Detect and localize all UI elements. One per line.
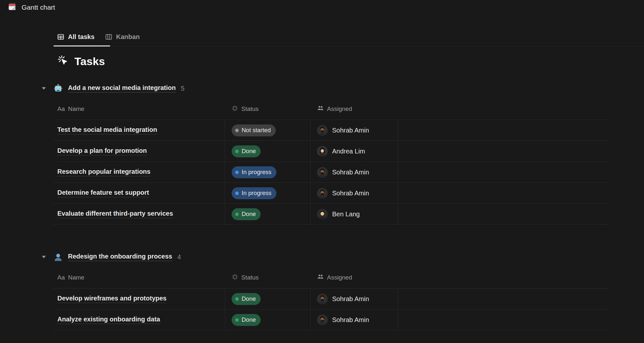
status-pill: In progress xyxy=(232,166,276,178)
assigned-cell[interactable]: Sohrab Amin xyxy=(311,289,398,309)
group-title-link[interactable]: Redesign the onboarding process xyxy=(68,253,172,261)
people-icon xyxy=(317,273,324,282)
status-pill: Done xyxy=(232,314,261,326)
group-toggle-icon[interactable] xyxy=(41,86,50,91)
table-row: Develop wireframes and prototypes Done S… xyxy=(53,289,608,309)
task-name-cell[interactable]: Evaluate different third-party services xyxy=(53,204,225,224)
status-label: Done xyxy=(242,295,256,302)
table-row: Analyze existing onboarding data Done So… xyxy=(53,309,608,330)
status-cell[interactable]: Done xyxy=(225,141,311,162)
database-title[interactable]: Tasks xyxy=(74,55,105,68)
page-title-breadcrumb[interactable]: Gantt chart xyxy=(22,4,55,11)
task-name-cell[interactable]: Analyze existing onboarding data xyxy=(53,309,225,330)
group-toggle-icon[interactable] xyxy=(41,254,50,260)
robot-emoji-icon xyxy=(53,84,63,93)
status-cell[interactable]: Done xyxy=(225,204,311,224)
group-header: Add a new social media integration 5 xyxy=(41,78,608,98)
status-pill: In progress xyxy=(232,187,276,199)
table-row: Research popular integrations In progres… xyxy=(53,162,608,183)
assigned-cell[interactable]: Sohrab Amin xyxy=(311,183,398,203)
assignee-name: Sohrab Amin xyxy=(332,190,369,197)
assignee-name: Sohrab Amin xyxy=(332,295,369,303)
empty-cell xyxy=(398,162,608,182)
column-header-assigned[interactable]: Assigned xyxy=(311,273,398,282)
tab-kanban[interactable]: Kanban xyxy=(105,32,139,42)
column-header-name[interactable]: Aa Name xyxy=(53,105,225,113)
status-dot xyxy=(235,171,239,174)
task-name: Research popular integrations xyxy=(57,168,150,176)
task-name-cell[interactable]: Develop wireframes and prototypes xyxy=(53,289,225,309)
text-property-icon: Aa xyxy=(57,105,65,113)
avatar xyxy=(317,209,328,220)
table-view-icon xyxy=(57,34,64,40)
table-row: Test the social media integration Not st… xyxy=(53,120,608,141)
task-name-cell[interactable]: Determine feature set support xyxy=(53,183,225,203)
avatar xyxy=(317,167,328,178)
status-cell[interactable]: In progress xyxy=(225,162,311,182)
group-count: 4 xyxy=(177,253,181,261)
status-cell[interactable]: Done xyxy=(225,309,311,330)
task-name-cell[interactable]: Test the social media integration xyxy=(53,120,225,141)
group-header: Redesign the onboarding process 4 xyxy=(41,247,608,267)
group-title-link[interactable]: Add a new social media integration xyxy=(68,84,176,93)
status-label: Done xyxy=(242,211,256,218)
assigned-cell[interactable]: Sohrab Amin xyxy=(311,120,398,141)
task-name: Evaluate different third-party services xyxy=(57,210,173,218)
assignee-name: Sohrab Amin xyxy=(332,316,369,324)
table-header-row: Aa Name Status xyxy=(53,267,608,289)
database-title-row: Tasks xyxy=(57,55,105,68)
status-dot xyxy=(235,129,239,132)
board-view-icon xyxy=(105,34,112,40)
assignee-name: Andrea Lim xyxy=(332,148,365,155)
avatar xyxy=(317,146,328,157)
task-name: Develop a plan for promotion xyxy=(57,147,147,155)
avatar xyxy=(317,125,328,136)
assignee-name: Sohrab Amin xyxy=(332,127,369,134)
column-header-name[interactable]: Aa Name xyxy=(53,274,225,281)
empty-cell xyxy=(398,289,608,309)
empty-cell xyxy=(398,204,608,224)
person-silhouette-icon xyxy=(53,252,63,262)
task-name-cell[interactable]: Develop a plan for promotion xyxy=(53,141,225,162)
empty-cell xyxy=(398,309,608,330)
assigned-cell[interactable]: Ben Lang xyxy=(311,204,398,224)
status-burst-icon xyxy=(232,274,238,282)
view-tabs: All tasks Kanban xyxy=(57,32,140,42)
empty-cell xyxy=(398,183,608,203)
spiral-calendar-icon xyxy=(8,3,16,12)
task-name-cell[interactable]: Research popular integrations xyxy=(53,162,225,182)
people-icon xyxy=(317,105,324,113)
status-label: In progress xyxy=(242,169,272,176)
tabs-divider xyxy=(53,46,644,47)
table-header-row: Aa Name Status xyxy=(53,98,608,120)
column-header-status[interactable]: Status xyxy=(225,105,311,113)
click-cursor-icon xyxy=(57,55,69,68)
status-dot xyxy=(235,150,239,153)
status-cell[interactable]: Not started xyxy=(225,120,311,141)
tab-all-tasks[interactable]: All tasks xyxy=(57,32,94,42)
avatar xyxy=(317,294,328,304)
avatar xyxy=(317,188,328,199)
status-cell[interactable]: Done xyxy=(225,289,311,309)
status-dot xyxy=(235,318,239,322)
group-redesign-the-onboarding-process: Redesign the onboarding process 4 Aa Nam… xyxy=(53,247,608,330)
group-count: 5 xyxy=(181,85,185,92)
status-label: In progress xyxy=(242,190,272,197)
assigned-cell[interactable]: Andrea Lim xyxy=(311,141,398,162)
status-label: Not started xyxy=(242,127,271,134)
assigned-cell[interactable]: Sohrab Amin xyxy=(311,309,398,330)
tab-label: Kanban xyxy=(116,33,139,41)
column-label: Name xyxy=(68,105,84,113)
table-row: Develop a plan for promotion Done Andrea… xyxy=(53,141,608,162)
task-name: Test the social media integration xyxy=(57,126,157,134)
tab-label: All tasks xyxy=(68,33,94,41)
column-label: Assigned xyxy=(327,274,352,281)
avatar xyxy=(317,315,328,325)
assigned-cell[interactable]: Sohrab Amin xyxy=(311,162,398,182)
table-row: Evaluate different third-party services … xyxy=(53,204,608,225)
status-label: Done xyxy=(242,316,256,323)
column-header-status[interactable]: Status xyxy=(225,274,311,282)
status-dot xyxy=(235,297,239,301)
status-cell[interactable]: In progress xyxy=(225,183,311,203)
column-header-assigned[interactable]: Assigned xyxy=(311,105,398,113)
